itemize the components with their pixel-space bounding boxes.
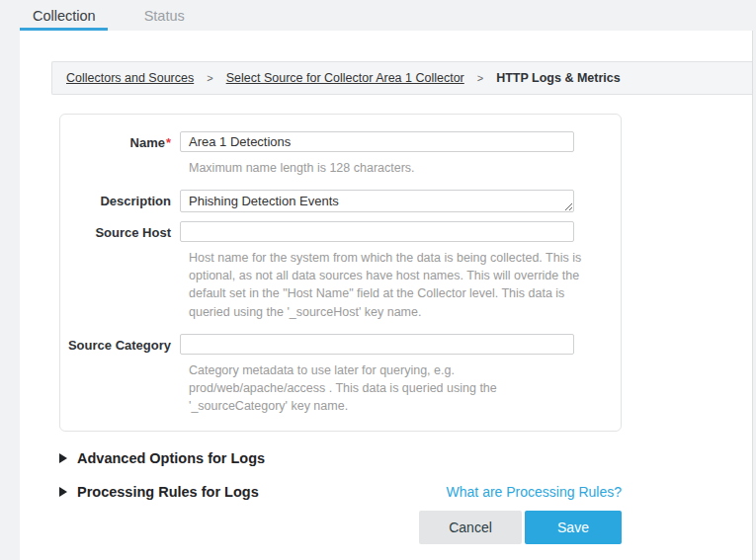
breadcrumb-collectors-and-sources[interactable]: Collectors and Sources: [66, 71, 194, 85]
source-host-field-row: Source Host: [60, 221, 621, 242]
content-panel: Collectors and Sources > Select Source f…: [20, 31, 753, 560]
name-label: Name*: [60, 131, 180, 152]
breadcrumb-select-source[interactable]: Select Source for Collector Area 1 Colle…: [226, 71, 464, 85]
breadcrumb-separator-icon: >: [207, 72, 212, 84]
breadcrumb-current-page: HTTP Logs & Metrics: [496, 71, 620, 85]
source-host-label: Source Host: [60, 221, 180, 242]
tab-status[interactable]: Status: [144, 8, 185, 24]
name-input[interactable]: [180, 131, 574, 152]
advanced-options-toggle[interactable]: Advanced Options for Logs: [59, 450, 265, 466]
save-button[interactable]: Save: [525, 511, 622, 544]
spacer: [60, 177, 621, 190]
breadcrumb-separator-icon: >: [477, 72, 483, 84]
name-hint: Maximum name length is 128 characters.: [189, 159, 587, 177]
source-host-input[interactable]: [180, 221, 574, 242]
source-category-field-row: Source Category: [60, 334, 621, 355]
processing-rules-section: Processing Rules for Logs What are Proce…: [59, 484, 622, 500]
advanced-options-title: Advanced Options for Logs: [77, 450, 265, 466]
form-actions: Cancel Save: [59, 511, 622, 544]
source-config-form: Name* Maximum name length is 128 charact…: [59, 114, 622, 432]
caret-right-icon: [59, 453, 67, 463]
caret-right-icon: [59, 487, 67, 497]
source-category-label: Source Category: [60, 334, 180, 355]
description-field-row: Description Phishing Detection Events: [60, 190, 621, 212]
advanced-options-section: Advanced Options for Logs: [59, 450, 622, 466]
source-category-hint: Category metadata to use later for query…: [189, 361, 587, 415]
cancel-button[interactable]: Cancel: [419, 511, 522, 544]
top-tab-bar: Collection Status: [0, 0, 756, 31]
processing-rules-title: Processing Rules for Logs: [77, 484, 259, 500]
spacer: [60, 321, 621, 334]
what-are-processing-rules-link[interactable]: What are Processing Rules?: [447, 484, 622, 500]
description-label: Description: [60, 190, 180, 212]
name-field-row: Name*: [60, 131, 621, 152]
source-host-hint: Host name for the system from which the …: [189, 249, 587, 321]
source-category-input[interactable]: [180, 334, 574, 355]
spacer: [60, 212, 621, 221]
description-textarea[interactable]: Phishing Detection Events: [180, 190, 574, 212]
breadcrumb: Collectors and Sources > Select Source f…: [51, 61, 752, 95]
tab-collection[interactable]: Collection: [33, 8, 96, 24]
required-asterisk: *: [166, 135, 171, 150]
processing-rules-toggle[interactable]: Processing Rules for Logs: [59, 484, 259, 500]
